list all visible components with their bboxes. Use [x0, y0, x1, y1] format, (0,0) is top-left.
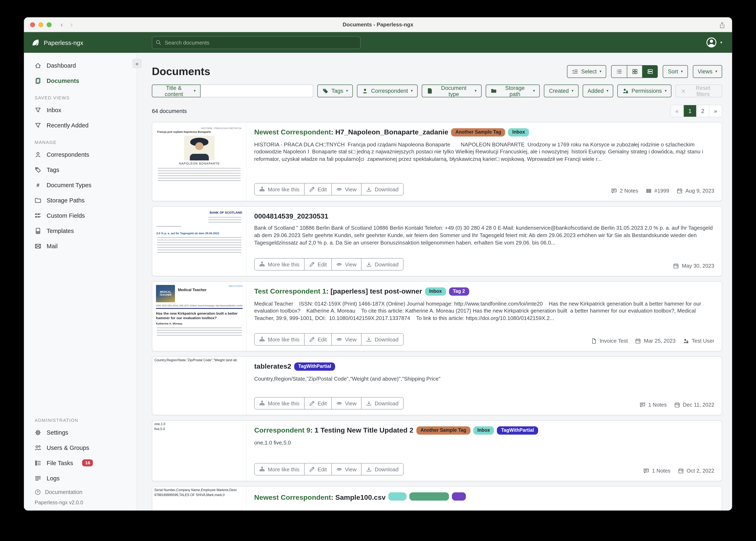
pagination-page-1[interactable]: 1	[683, 105, 696, 117]
document-type[interactable]: Invoice Test	[591, 338, 628, 344]
notes-count[interactable]: 2 Notes	[611, 188, 638, 194]
filter-permissions-button[interactable]: Permissions ▾	[618, 85, 672, 97]
download-button[interactable]: Download	[361, 463, 403, 475]
document-thumbnail[interactable]: MEDICAL TEACHER Medical Teacher Taylor &…	[152, 281, 247, 351]
more-like-this-button[interactable]: More like this	[255, 397, 304, 409]
sidebar-item-users-groups[interactable]: Users & Groups	[24, 440, 137, 455]
document-title-link[interactable]: 0004814539_20230531	[254, 212, 328, 220]
notes-count[interactable]: 1 Notes	[643, 468, 671, 474]
sidebar-item-documents[interactable]: Documents	[24, 73, 137, 88]
view-button[interactable]: View	[331, 463, 361, 475]
reset-filters-button[interactable]: Reset filters	[676, 85, 722, 97]
correspondent-link[interactable]: Newest Correspondent	[254, 494, 331, 501]
tag-chip[interactable]: Inbox	[425, 287, 446, 295]
sidebar-item-logs[interactable]: Logs	[24, 470, 137, 486]
document-thumbnail[interactable]: Serial Number,Company Name,Employee Mark…	[152, 487, 247, 510]
sidebar-item-file-tasks[interactable]: File Tasks 16	[24, 455, 137, 470]
close-button[interactable]	[30, 22, 35, 27]
filter-document-type-button[interactable]: Document type ▾	[422, 85, 481, 97]
sidebar-item-document-types[interactable]: Document Types	[24, 177, 137, 193]
zoom-button[interactable]	[47, 22, 52, 27]
search-input[interactable]	[152, 36, 361, 49]
thumb-text: Country,Region/State,"Zip/Postal Code","…	[152, 357, 246, 364]
tag-chip[interactable]: Inbox	[473, 426, 494, 434]
more-like-this-button[interactable]: More like this	[255, 333, 304, 345]
tag-chip[interactable]: Inbox	[508, 128, 529, 136]
more-like-this-button[interactable]: More like this	[255, 259, 304, 270]
document-thumbnail[interactable]: BANK OF SCOTLAND 2,0 % p. a. auf Ihr Tag…	[152, 207, 247, 276]
forward-button[interactable]: ›	[70, 21, 73, 28]
views-button[interactable]: Views ▾	[693, 65, 722, 78]
view-detail-button[interactable]	[642, 66, 658, 78]
edit-button[interactable]: Edit	[304, 463, 331, 475]
sidebar-collapse-button[interactable]: «	[132, 59, 142, 68]
select-button[interactable]: Select ▾	[567, 65, 606, 78]
tag-chip[interactable]: TagWithPartial	[294, 362, 335, 370]
minimize-button[interactable]	[38, 22, 43, 27]
download-button[interactable]: Download	[361, 397, 403, 409]
tag-chip[interactable]: Tag 2	[449, 287, 469, 295]
correspondent-link[interactable]: Newest Correspondent	[254, 128, 331, 136]
pagination-next[interactable]: »	[709, 105, 722, 117]
view-button[interactable]: View	[331, 397, 361, 409]
filter-added-button[interactable]: Added ▾	[583, 85, 613, 97]
sidebar-item-tags[interactable]: Tags	[24, 162, 137, 177]
edit-button[interactable]: Edit	[304, 259, 331, 270]
sidebar-item-templates[interactable]: Templates	[24, 223, 137, 238]
pagination-prev[interactable]: «	[671, 105, 683, 117]
tag-chip[interactable]	[410, 492, 449, 501]
tag-chip[interactable]	[389, 492, 407, 501]
filter-created-button[interactable]: Created ▾	[544, 85, 579, 97]
document-thumbnail[interactable]: one,1.0 five,5.0	[152, 421, 247, 481]
card-meta: 1 Notes Oct 2, 2022	[643, 468, 714, 475]
tag-chip[interactable]	[452, 492, 466, 501]
notes-count[interactable]: 1 Notes	[640, 402, 667, 408]
sidebar-item-custom-fields[interactable]: Custom Fields	[24, 208, 137, 223]
edit-button[interactable]: Edit	[304, 184, 331, 195]
document-title-link[interactable]: 1 Testing New Title Updated 2	[315, 426, 413, 434]
download-button[interactable]: Download	[361, 259, 403, 270]
document-title-link[interactable]: Sample100.csv	[335, 494, 386, 501]
view-button[interactable]: View	[331, 259, 361, 270]
sidebar-item-dashboard[interactable]: Dashboard	[24, 58, 137, 73]
filter-correspondent-button[interactable]: Correspondent ▾	[357, 85, 418, 97]
view-list-button[interactable]	[612, 66, 627, 78]
sidebar-item-inbox[interactable]: Inbox	[24, 102, 137, 118]
document-title-link[interactable]: [paperless] test post-owner	[331, 287, 422, 295]
more-like-this-button[interactable]: More like this	[255, 463, 304, 475]
correspondent-link[interactable]: Correspondent 9	[254, 426, 310, 434]
sort-button[interactable]: Sort ▾	[663, 65, 688, 78]
filter-tags-button[interactable]: Tags ▾	[317, 85, 353, 97]
download-button[interactable]: Download	[361, 333, 403, 345]
back-button[interactable]: ‹	[61, 21, 63, 28]
document-thumbnail[interactable]: HISTORIA - PRACA DLA CHĘTNYCH Francja po…	[152, 123, 247, 201]
document-title-link[interactable]: tablerates2	[254, 362, 291, 370]
correspondent-link[interactable]: Test Correspondent 1	[254, 287, 326, 295]
user-menu[interactable]: ▾	[706, 37, 722, 48]
filter-storage-path-button[interactable]: Storage path ▾	[485, 85, 540, 97]
sidebar-item-mail[interactable]: Mail	[24, 238, 137, 254]
sidebar-item-recently-added[interactable]: Recently Added	[24, 118, 137, 133]
sidebar-item-storage-paths[interactable]: Storage Paths	[24, 193, 137, 208]
documentation-link[interactable]: Documentation	[24, 486, 137, 498]
edit-button[interactable]: Edit	[304, 333, 331, 345]
tag-chip[interactable]: Another Sample Tag	[451, 128, 505, 136]
filter-field-button[interactable]: Title & content ▾	[152, 85, 201, 97]
document-thumbnail[interactable]: Country,Region/State,"Zip/Postal Code","…	[152, 357, 247, 415]
share-icon[interactable]	[719, 21, 725, 28]
download-button[interactable]: Download	[361, 184, 403, 195]
thumb-text-lines	[156, 226, 181, 229]
edit-button[interactable]: Edit	[304, 397, 331, 409]
view-button[interactable]: View	[331, 333, 361, 345]
sidebar-item-correspondents[interactable]: Correspondents	[24, 147, 137, 162]
document-title-link[interactable]: H7_Napoleon_Bonaparte_zadanie	[335, 128, 448, 136]
app-brand[interactable]: Paperless-ngx	[31, 38, 83, 47]
sidebar-item-settings[interactable]: Settings	[24, 425, 137, 440]
view-grid-button[interactable]	[627, 66, 642, 78]
pagination-page-2[interactable]: 2	[696, 105, 709, 117]
filter-text-input[interactable]	[201, 85, 313, 97]
tag-chip[interactable]: TagWithPartial	[497, 426, 538, 434]
more-like-this-button[interactable]: More like this	[255, 184, 304, 195]
tag-chip[interactable]: Another Sample Tag	[416, 426, 470, 434]
view-button[interactable]: View	[331, 184, 361, 195]
